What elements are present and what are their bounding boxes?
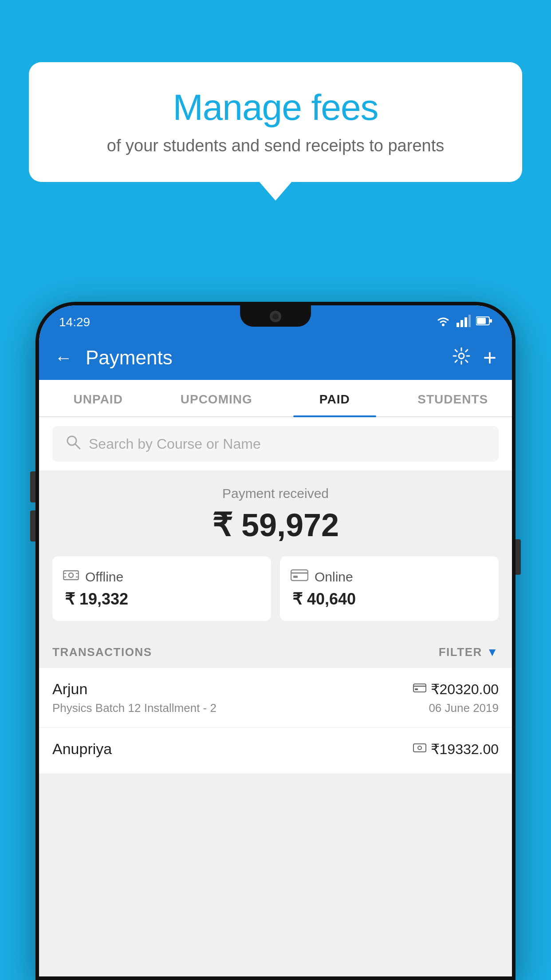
tab-upcoming[interactable]: UPCOMING [157,380,276,416]
svg-rect-6 [477,318,486,324]
tab-students[interactable]: STUDENTS [394,380,512,416]
volume-up-button [30,471,35,502]
svg-rect-11 [63,571,79,580]
transaction-amount: ₹20320.00 [431,681,499,698]
transaction-list: Arjun ₹20320.00 [39,668,512,774]
online-amount: ₹ 40,640 [291,590,488,609]
power-button [516,539,521,575]
svg-rect-4 [468,315,471,327]
offline-icon [63,569,79,585]
search-input[interactable]: Search by Course or Name [89,436,261,452]
transaction-detail-row: Physics Batch 12 Installment - 2 06 June… [52,701,499,715]
svg-rect-19 [293,576,298,578]
online-card: Online ₹ 40,640 [280,556,499,621]
transaction-name: Arjun [52,680,87,698]
phone-frame: 14:29 [35,302,516,980]
tab-paid[interactable]: PAID [276,380,394,416]
svg-rect-7 [490,319,492,323]
svg-rect-20 [413,684,426,692]
transaction-amount: ₹19332.00 [431,741,499,758]
svg-point-0 [442,324,445,326]
svg-rect-3 [464,317,467,327]
payment-summary: Payment received ₹ 59,972 [39,470,512,634]
payment-cards: Offline ₹ 19,332 [52,556,499,621]
status-time: 14:29 [59,315,90,329]
transactions-label: TRANSACTIONS [52,645,152,659]
cash-payment-icon [413,742,426,756]
tabs: UNPAID UPCOMING PAID STUDENTS [39,380,512,417]
payment-total: ₹ 59,972 [52,506,499,544]
tab-unpaid[interactable]: UNPAID [39,380,157,416]
transaction-date: 06 June 2019 [429,701,499,715]
svg-rect-1 [457,323,459,327]
app-title: Payments [86,347,443,369]
app-bar-actions: + [452,344,496,371]
back-button[interactable]: ← [55,348,72,368]
svg-rect-22 [415,688,418,690]
online-icon [291,569,308,585]
signal-icon [457,315,471,330]
svg-point-8 [459,353,464,359]
power-side-button [516,539,521,575]
transactions-header: TRANSACTIONS FILTER ▼ [39,634,512,668]
transaction-amount-wrap: ₹19332.00 [413,741,499,758]
bubble-title: Manage fees [55,87,496,128]
phone-notch [240,305,311,327]
offline-label: Offline [85,569,123,585]
settings-icon[interactable] [452,347,471,369]
transaction-main-row: Anupriya ₹19332.00 [52,740,499,758]
table-row[interactable]: Anupriya ₹19332.00 [39,728,512,774]
offline-card-header: Offline [63,569,260,585]
offline-amount: ₹ 19,332 [63,590,260,609]
bubble-subtitle: of your students and send receipts to pa… [55,136,496,155]
card-payment-icon [413,682,426,696]
transaction-main-row: Arjun ₹20320.00 [52,680,499,698]
svg-line-10 [75,444,80,449]
search-box[interactable]: Search by Course or Name [52,426,499,462]
add-button[interactable]: + [483,344,496,371]
filter-icon: ▼ [487,645,499,659]
filter-button[interactable]: FILTER ▼ [439,645,499,659]
svg-rect-2 [460,320,463,327]
speech-bubble-container: Manage fees of your students and send re… [29,62,522,182]
front-camera [270,311,281,322]
phone-screen: 14:29 [39,305,512,976]
svg-point-12 [69,573,73,577]
svg-rect-23 [413,744,426,752]
transaction-name: Anupriya [52,740,112,758]
volume-down-button [30,510,35,541]
transaction-course: Physics Batch 12 Installment - 2 [52,701,216,715]
transaction-amount-wrap: ₹20320.00 [413,681,499,698]
online-card-header: Online [291,569,488,585]
offline-card: Offline ₹ 19,332 [52,556,271,621]
filter-label: FILTER [439,645,482,659]
online-label: Online [315,569,353,585]
table-row[interactable]: Arjun ₹20320.00 [39,668,512,728]
search-container: Search by Course or Name [39,417,512,470]
payment-received-label: Payment received [52,486,499,501]
status-icons [435,315,492,330]
svg-rect-17 [291,570,308,581]
phone-inner: 14:29 [39,305,512,976]
app-bar: ← Payments + [39,336,512,380]
wifi-icon [435,315,451,330]
search-icon [66,435,81,453]
svg-point-24 [418,746,421,750]
volume-buttons [30,471,35,541]
speech-bubble: Manage fees of your students and send re… [29,62,522,182]
battery-icon [476,316,492,328]
